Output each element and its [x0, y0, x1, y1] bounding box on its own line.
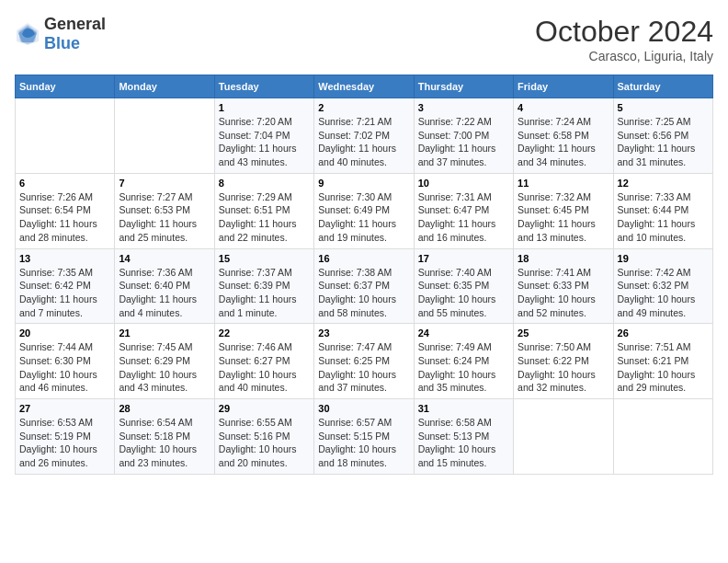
day-cell: 5Sunrise: 7:25 AM Sunset: 6:56 PM Daylig…: [613, 98, 712, 174]
day-cell: 7Sunrise: 7:27 AM Sunset: 6:53 PM Daylig…: [115, 173, 214, 248]
week-row-2: 6Sunrise: 7:26 AM Sunset: 6:54 PM Daylig…: [16, 173, 713, 248]
day-number: 15: [219, 253, 310, 264]
day-content: Sunrise: 7:33 AM Sunset: 6:44 PM Dayligh…: [618, 190, 709, 245]
day-number: 6: [19, 178, 110, 189]
header-sunday: Sunday: [16, 75, 115, 98]
header-monday: Monday: [115, 75, 214, 98]
day-content: Sunrise: 7:50 AM Sunset: 6:22 PM Dayligh…: [518, 340, 609, 395]
day-number: 30: [318, 403, 409, 414]
day-cell: 15Sunrise: 7:37 AM Sunset: 6:39 PM Dayli…: [214, 248, 313, 324]
day-content: Sunrise: 6:55 AM Sunset: 5:16 PM Dayligh…: [219, 416, 310, 470]
day-cell: 19Sunrise: 7:42 AM Sunset: 6:32 PM Dayli…: [613, 248, 712, 324]
day-content: Sunrise: 7:35 AM Sunset: 6:42 PM Dayligh…: [19, 266, 110, 320]
location-title: Carasco, Liguria, Italy: [535, 49, 713, 63]
day-cell: 27Sunrise: 6:53 AM Sunset: 5:19 PM Dayli…: [16, 399, 115, 475]
day-content: Sunrise: 7:36 AM Sunset: 6:40 PM Dayligh…: [119, 266, 210, 320]
day-cell: [16, 98, 115, 174]
day-number: 12: [618, 178, 709, 189]
week-row-3: 13Sunrise: 7:35 AM Sunset: 6:42 PM Dayli…: [16, 248, 713, 324]
day-cell: 28Sunrise: 6:54 AM Sunset: 5:18 PM Dayli…: [115, 399, 214, 475]
day-number: 24: [418, 327, 509, 339]
day-number: 29: [219, 403, 310, 414]
calendar-header-row: SundayMondayTuesdayWednesdayThursdayFrid…: [16, 75, 713, 98]
calendar-table: SundayMondayTuesdayWednesdayThursdayFrid…: [15, 75, 713, 475]
day-number: 22: [219, 327, 310, 339]
day-number: 26: [618, 327, 709, 339]
logo-blue-text: Blue: [44, 34, 80, 52]
day-number: 4: [518, 102, 609, 113]
day-number: 27: [19, 403, 110, 414]
day-content: Sunrise: 7:25 AM Sunset: 6:56 PM Dayligh…: [618, 115, 709, 169]
day-cell: 11Sunrise: 7:32 AM Sunset: 6:45 PM Dayli…: [514, 173, 613, 248]
day-content: Sunrise: 7:38 AM Sunset: 6:37 PM Dayligh…: [318, 266, 409, 320]
logo-general-text: General: [44, 15, 106, 33]
day-number: 10: [418, 178, 509, 189]
day-number: 16: [318, 253, 409, 264]
day-number: 28: [119, 403, 210, 414]
day-cell: 3Sunrise: 7:22 AM Sunset: 7:00 PM Daylig…: [414, 98, 513, 174]
day-number: 18: [518, 253, 609, 264]
day-cell: 18Sunrise: 7:41 AM Sunset: 6:33 PM Dayli…: [514, 248, 613, 324]
day-number: 25: [518, 327, 609, 339]
day-content: Sunrise: 7:47 AM Sunset: 6:25 PM Dayligh…: [318, 340, 409, 395]
day-number: 21: [119, 327, 210, 339]
header-saturday: Saturday: [613, 75, 712, 98]
day-cell: 2Sunrise: 7:21 AM Sunset: 7:02 PM Daylig…: [314, 98, 414, 174]
day-number: 5: [618, 102, 709, 113]
day-content: Sunrise: 7:49 AM Sunset: 6:24 PM Dayligh…: [418, 340, 509, 395]
day-cell: 14Sunrise: 7:36 AM Sunset: 6:40 PM Dayli…: [115, 248, 214, 324]
day-content: Sunrise: 7:30 AM Sunset: 6:49 PM Dayligh…: [318, 190, 409, 245]
day-number: 8: [219, 178, 310, 189]
day-cell: 22Sunrise: 7:46 AM Sunset: 6:27 PM Dayli…: [214, 324, 313, 399]
day-number: 7: [119, 178, 210, 189]
day-cell: 29Sunrise: 6:55 AM Sunset: 5:16 PM Dayli…: [214, 399, 313, 475]
day-number: 13: [19, 253, 110, 264]
day-cell: 10Sunrise: 7:31 AM Sunset: 6:47 PM Dayli…: [414, 173, 513, 248]
day-cell: 8Sunrise: 7:29 AM Sunset: 6:51 PM Daylig…: [214, 173, 313, 248]
day-cell: 4Sunrise: 7:24 AM Sunset: 6:58 PM Daylig…: [514, 98, 613, 174]
day-number: 2: [318, 102, 409, 113]
day-number: 9: [318, 178, 409, 189]
day-number: 11: [518, 178, 609, 189]
day-number: 19: [618, 253, 709, 264]
day-cell: 13Sunrise: 7:35 AM Sunset: 6:42 PM Dayli…: [16, 248, 115, 324]
day-content: Sunrise: 7:37 AM Sunset: 6:39 PM Dayligh…: [219, 266, 310, 320]
day-cell: 1Sunrise: 7:20 AM Sunset: 7:04 PM Daylig…: [214, 98, 313, 174]
logo-icon: [15, 21, 40, 47]
day-content: Sunrise: 7:32 AM Sunset: 6:45 PM Dayligh…: [518, 190, 609, 245]
day-cell: [613, 399, 712, 475]
day-number: 14: [119, 253, 210, 264]
day-content: Sunrise: 7:20 AM Sunset: 7:04 PM Dayligh…: [219, 115, 310, 169]
header-friday: Friday: [514, 75, 613, 98]
logo: General Blue: [15, 15, 106, 53]
day-content: Sunrise: 6:58 AM Sunset: 5:13 PM Dayligh…: [418, 416, 509, 470]
header-wednesday: Wednesday: [314, 75, 414, 98]
day-content: Sunrise: 7:31 AM Sunset: 6:47 PM Dayligh…: [418, 190, 509, 245]
day-cell: 21Sunrise: 7:45 AM Sunset: 6:29 PM Dayli…: [115, 324, 214, 399]
week-row-1: 1Sunrise: 7:20 AM Sunset: 7:04 PM Daylig…: [16, 98, 713, 174]
day-cell: 16Sunrise: 7:38 AM Sunset: 6:37 PM Dayli…: [314, 248, 414, 324]
day-cell: 30Sunrise: 6:57 AM Sunset: 5:15 PM Dayli…: [314, 399, 414, 475]
day-cell: 9Sunrise: 7:30 AM Sunset: 6:49 PM Daylig…: [314, 173, 414, 248]
day-content: Sunrise: 7:45 AM Sunset: 6:29 PM Dayligh…: [119, 340, 210, 395]
month-title: October 2024: [535, 15, 713, 49]
day-cell: 26Sunrise: 7:51 AM Sunset: 6:21 PM Dayli…: [613, 324, 712, 399]
day-number: 17: [418, 253, 509, 264]
day-cell: 25Sunrise: 7:50 AM Sunset: 6:22 PM Dayli…: [514, 324, 613, 399]
day-number: 23: [318, 327, 409, 339]
day-number: 1: [219, 102, 310, 113]
day-number: 31: [418, 403, 509, 414]
day-content: Sunrise: 6:57 AM Sunset: 5:15 PM Dayligh…: [318, 416, 409, 470]
day-content: Sunrise: 7:51 AM Sunset: 6:21 PM Dayligh…: [618, 340, 709, 395]
day-cell: [115, 98, 214, 174]
day-cell: 12Sunrise: 7:33 AM Sunset: 6:44 PM Dayli…: [613, 173, 712, 248]
header-thursday: Thursday: [414, 75, 513, 98]
week-row-5: 27Sunrise: 6:53 AM Sunset: 5:19 PM Dayli…: [16, 399, 713, 475]
day-cell: 17Sunrise: 7:40 AM Sunset: 6:35 PM Dayli…: [414, 248, 513, 324]
day-cell: 23Sunrise: 7:47 AM Sunset: 6:25 PM Dayli…: [314, 324, 414, 399]
day-content: Sunrise: 7:27 AM Sunset: 6:53 PM Dayligh…: [119, 190, 210, 245]
day-content: Sunrise: 7:26 AM Sunset: 6:54 PM Dayligh…: [19, 190, 110, 245]
day-content: Sunrise: 7:44 AM Sunset: 6:30 PM Dayligh…: [19, 340, 110, 395]
header-tuesday: Tuesday: [214, 75, 313, 98]
title-block: October 2024 Carasco, Liguria, Italy: [535, 15, 713, 63]
